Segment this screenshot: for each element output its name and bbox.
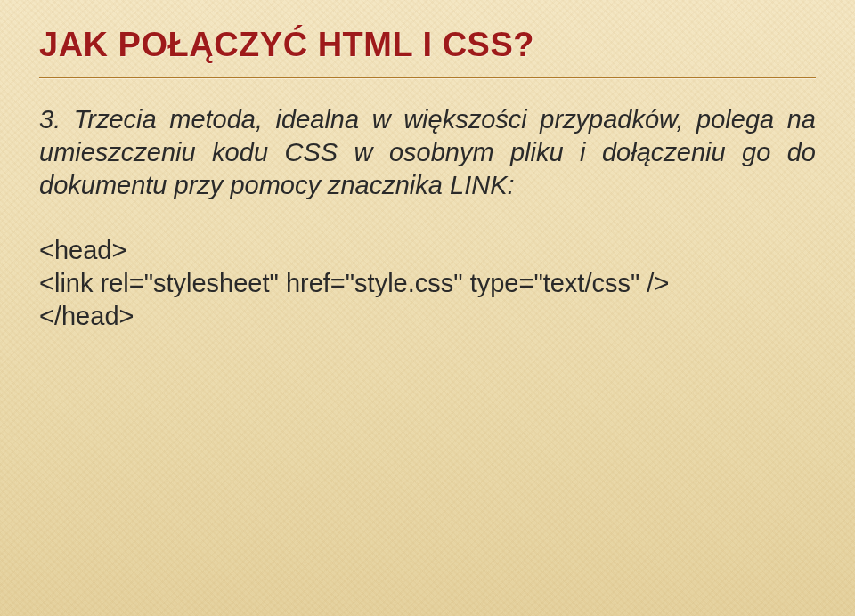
title-divider xyxy=(39,77,816,78)
code-line-1: <head> xyxy=(39,234,816,267)
code-line-3: </head> xyxy=(39,300,816,333)
slide-container: JAK POŁĄCZYĆ HTML I CSS? 3. Trzecia meto… xyxy=(0,0,855,360)
slide-body: 3. Trzecia metoda, idealna w większości … xyxy=(39,103,816,334)
slide-title: JAK POŁĄCZYĆ HTML I CSS? xyxy=(39,27,816,64)
description-paragraph: 3. Trzecia metoda, idealna w większości … xyxy=(39,103,816,202)
code-line-2: <link rel="stylesheet" href="style.css" … xyxy=(39,267,816,300)
code-block: <head> <link rel="stylesheet" href="styl… xyxy=(39,234,816,333)
